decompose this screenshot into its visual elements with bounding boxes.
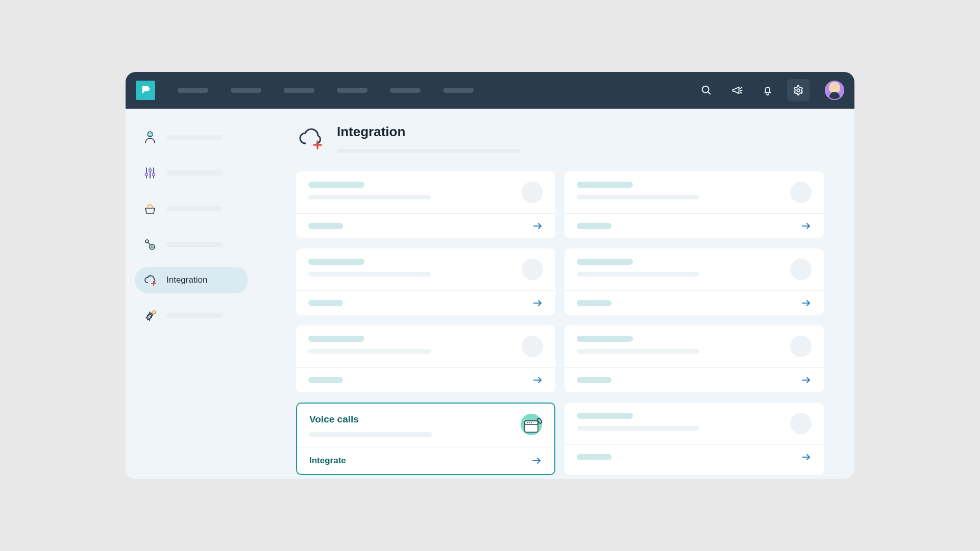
sidebar-item-label [166, 135, 223, 140]
svg-point-16 [148, 314, 152, 318]
arrow-right-icon[interactable] [533, 222, 543, 230]
card-title [308, 336, 364, 342]
card-title [308, 182, 364, 188]
arrow-right-icon[interactable] [801, 222, 812, 230]
integration-logo [522, 182, 543, 203]
integration-card[interactable] [565, 171, 824, 238]
card-title [577, 182, 633, 188]
arrow-right-icon[interactable] [532, 457, 542, 465]
integration-card[interactable] [565, 403, 824, 475]
svg-point-13 [151, 246, 153, 248]
arrow-right-icon[interactable] [801, 376, 812, 384]
integration-card[interactable] [565, 325, 824, 392]
integration-card[interactable] [296, 325, 555, 392]
arrow-right-icon[interactable] [801, 453, 812, 461]
top-nav-item[interactable] [231, 88, 261, 93]
card-action[interactable] [308, 223, 343, 229]
card-action[interactable] [577, 377, 611, 383]
integration-logo [522, 336, 543, 357]
card-action[interactable] [577, 223, 611, 229]
basket-icon [142, 201, 158, 217]
top-nav-item[interactable] [178, 88, 208, 93]
integration-grid: Voice callsIntegrate [296, 171, 824, 475]
voice-call-icon [521, 414, 542, 435]
card-action[interactable] [308, 300, 343, 306]
page-header: Integration [296, 124, 824, 153]
card-description [309, 432, 432, 437]
sidebar-item-integration[interactable]: Integration [135, 267, 248, 293]
search-icon[interactable] [695, 79, 718, 102]
gear-icon [142, 308, 158, 324]
main-content: Integration Voice callsIntegrate [253, 109, 854, 479]
svg-point-30 [531, 422, 532, 423]
page-subtitle [337, 149, 521, 153]
card-action[interactable] [308, 377, 343, 383]
sliders-icon [142, 165, 158, 181]
integration-logo [790, 413, 812, 434]
svg-point-4 [148, 133, 153, 135]
cloud-plus-icon [296, 124, 325, 153]
automation-icon [142, 236, 158, 253]
integration-logo [790, 182, 812, 203]
sidebar-item-label [166, 242, 223, 247]
svg-line-1 [708, 92, 710, 94]
card-action[interactable] [577, 300, 611, 306]
integration-logo [790, 336, 812, 357]
page-title: Integration [337, 124, 521, 140]
svg-point-9 [149, 169, 152, 172]
arrow-right-icon[interactable] [801, 299, 812, 307]
topbar [126, 72, 854, 109]
sidebar-item-label [166, 206, 223, 211]
card-title: Voice calls [309, 414, 512, 425]
svg-point-10 [153, 173, 155, 176]
integration-card[interactable] [565, 248, 824, 315]
integration-logo [790, 259, 812, 280]
card-description [308, 195, 431, 199]
sidebar-item-label [166, 313, 223, 318]
sidebar-item-contacts[interactable] [135, 124, 248, 151]
top-nav-item[interactable] [443, 88, 474, 93]
sidebar-item-settings[interactable] [135, 303, 248, 329]
app-window: Integration Integration Voice callsI [126, 72, 854, 479]
notifications-icon[interactable] [756, 79, 779, 102]
sidebar-item-setup[interactable] [135, 195, 248, 222]
svg-point-28 [527, 422, 528, 423]
svg-point-8 [145, 173, 148, 176]
top-nav-item[interactable] [390, 88, 421, 93]
user-avatar[interactable] [825, 81, 844, 100]
card-description [308, 272, 431, 277]
card-title [308, 259, 364, 265]
card-description [577, 195, 699, 199]
integration-logo [522, 259, 543, 280]
svg-point-29 [529, 422, 530, 423]
card-action[interactable] [577, 454, 611, 460]
integration-card[interactable] [296, 248, 555, 315]
sidebar-item-preferences[interactable] [135, 160, 248, 186]
brand-logo[interactable] [136, 81, 155, 100]
card-title [577, 259, 633, 265]
card-description [577, 272, 699, 277]
sidebar-item-label: Integration [166, 275, 207, 285]
card-title [577, 336, 633, 342]
arrow-right-icon[interactable] [533, 376, 543, 384]
svg-point-17 [153, 311, 156, 314]
announcements-icon[interactable] [726, 79, 748, 102]
settings-icon[interactable] [787, 79, 810, 102]
sidebar-item-automation[interactable] [135, 231, 248, 258]
integration-card[interactable] [296, 171, 555, 238]
arrow-right-icon[interactable] [533, 299, 543, 307]
card-title [577, 413, 633, 419]
cloud-plus-icon [142, 272, 158, 288]
svg-point-3 [148, 132, 153, 137]
card-description [308, 349, 431, 354]
top-nav-item[interactable] [284, 88, 314, 93]
top-nav-item[interactable] [337, 88, 368, 93]
sidebar-item-label [166, 170, 223, 176]
integrate-button[interactable]: Integrate [309, 456, 346, 466]
sidebar: Integration [126, 109, 253, 479]
person-icon [142, 129, 158, 145]
integration-card-voice-calls[interactable]: Voice callsIntegrate [296, 403, 555, 475]
card-description [577, 426, 699, 431]
card-description [577, 349, 699, 354]
